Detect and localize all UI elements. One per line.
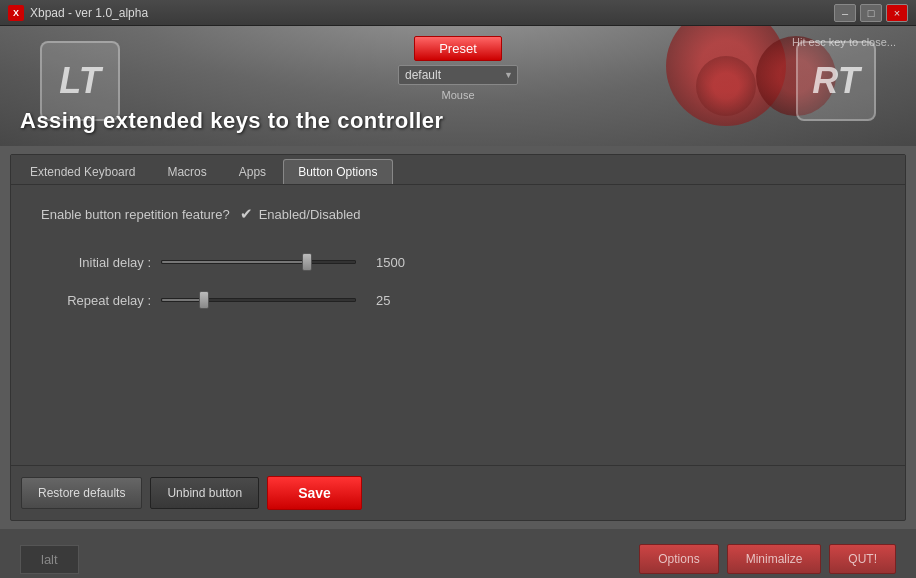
preset-select-row: default custom1 custom2	[398, 65, 518, 85]
status-bar: lalt Options Minimalize QUT!	[0, 529, 916, 578]
tab-macros[interactable]: Macros	[152, 159, 221, 184]
repeat-delay-value: 25	[376, 293, 390, 308]
quit-button[interactable]: QUT!	[829, 544, 896, 574]
status-label: lalt	[20, 545, 79, 574]
initial-delay-slider-fill	[162, 261, 307, 263]
checkbox-checkmark[interactable]: ✔	[240, 205, 253, 223]
title-bar: X Xbpad - ver 1.0_alpha – □ ×	[0, 0, 916, 26]
status-buttons: Options Minimalize QUT!	[639, 544, 896, 574]
maximize-button[interactable]: □	[860, 4, 882, 22]
preset-select[interactable]: default custom1 custom2	[398, 65, 518, 85]
mouse-label: Mouse	[441, 89, 474, 101]
minimize-button[interactable]: –	[834, 4, 856, 22]
repeat-delay-slider-bg	[161, 298, 356, 302]
initial-delay-label: Initial delay :	[41, 255, 151, 270]
title-bar-controls: – □ ×	[834, 4, 908, 22]
repeat-delay-label: Repeat delay :	[41, 293, 151, 308]
main-header: LT RT Hit esc key to close... Preset def…	[0, 26, 916, 146]
title-bar-left: X Xbpad - ver 1.0_alpha	[8, 5, 148, 21]
title-bar-title: Xbpad - ver 1.0_alpha	[30, 6, 148, 20]
preset-select-wrapper: default custom1 custom2	[398, 65, 518, 85]
options-button[interactable]: Options	[639, 544, 718, 574]
initial-delay-slider-bg	[161, 260, 356, 264]
save-button[interactable]: Save	[267, 476, 362, 510]
initial-delay-row: Initial delay : 1500	[41, 253, 875, 271]
restore-defaults-button[interactable]: Restore defaults	[21, 477, 142, 509]
close-button[interactable]: ×	[886, 4, 908, 22]
initial-delay-value: 1500	[376, 255, 405, 270]
tab-button-options[interactable]: Button Options	[283, 159, 392, 184]
tab-content-button-options: Enable button repetition feature? ✔ Enab…	[11, 185, 905, 465]
app-icon-text: X	[13, 8, 19, 18]
header-title: Assing extended keys to the controller	[20, 108, 444, 134]
deco-circle-3	[696, 56, 756, 116]
initial-delay-slider-thumb[interactable]	[302, 253, 312, 271]
rt-button: RT	[796, 41, 876, 121]
tabs-bar: Extended Keyboard Macros Apps Button Opt…	[11, 155, 905, 185]
bottom-bar: Restore defaults Unbind button Save	[11, 465, 905, 520]
preset-area: Preset default custom1 custom2 Mouse	[398, 36, 518, 101]
esc-hint: Hit esc key to close...	[792, 36, 896, 48]
repeat-delay-row: Repeat delay : 25	[41, 291, 875, 309]
enable-row: Enable button repetition feature? ✔ Enab…	[41, 205, 875, 223]
initial-delay-slider-track	[161, 253, 356, 271]
main-panel: Extended Keyboard Macros Apps Button Opt…	[10, 154, 906, 521]
repeat-delay-slider-thumb[interactable]	[199, 291, 209, 309]
repeat-delay-slider-track	[161, 291, 356, 309]
unbind-button[interactable]: Unbind button	[150, 477, 259, 509]
minimalize-button[interactable]: Minimalize	[727, 544, 822, 574]
checkbox-area: ✔ Enabled/Disabled	[240, 205, 361, 223]
repeat-delay-slider-fill	[162, 299, 204, 301]
enable-label: Enable button repetition feature?	[41, 207, 230, 222]
enabled-disabled-label: Enabled/Disabled	[259, 207, 361, 222]
tab-extended-keyboard[interactable]: Extended Keyboard	[15, 159, 150, 184]
preset-button[interactable]: Preset	[414, 36, 502, 61]
tab-apps[interactable]: Apps	[224, 159, 281, 184]
app-icon: X	[8, 5, 24, 21]
